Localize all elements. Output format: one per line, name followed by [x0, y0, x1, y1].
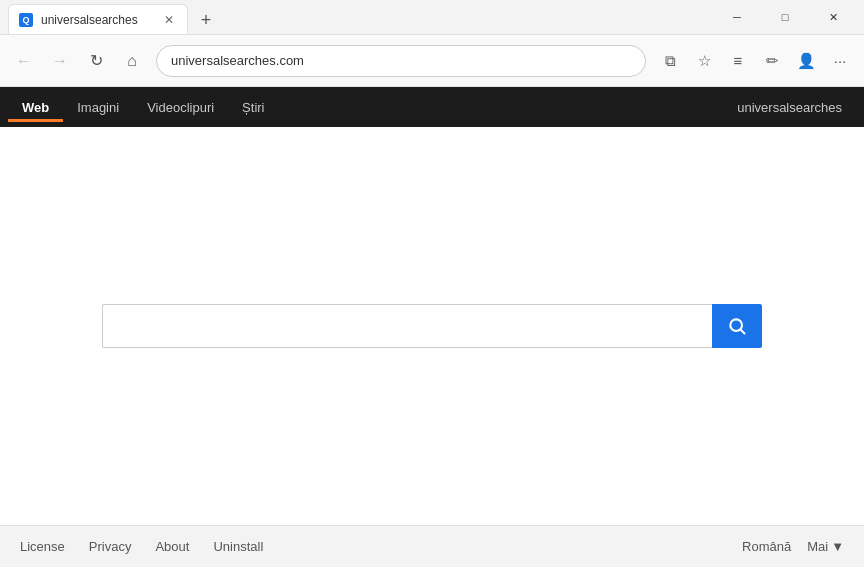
account-icon: 👤	[797, 52, 816, 70]
minimize-button[interactable]: ─	[714, 0, 760, 35]
uninstall-link[interactable]: Uninstall	[213, 539, 263, 554]
tab-stiri[interactable]: Știri	[228, 94, 278, 121]
footer-mai-label: Mai	[807, 539, 828, 554]
search-box-wrapper	[102, 304, 762, 348]
about-link[interactable]: About	[155, 539, 189, 554]
footer-language[interactable]: Română	[742, 539, 791, 554]
title-bar: universalsearches ✕ + ─ □ ✕	[0, 0, 864, 35]
menu-icon: ≡	[734, 52, 743, 69]
forward-button[interactable]: →	[44, 45, 76, 77]
svg-line-1	[741, 330, 745, 334]
tab-stiri-label: Știri	[242, 100, 264, 115]
home-icon: ⌂	[127, 52, 137, 70]
back-button[interactable]: ←	[8, 45, 40, 77]
forward-icon: →	[52, 52, 68, 70]
toolbar-icons: ⧉ ☆ ≡ ✏ 👤 ···	[654, 45, 856, 77]
address-bar[interactable]	[156, 45, 646, 77]
account-button[interactable]: 👤	[790, 45, 822, 77]
window-controls: ─ □ ✕	[714, 0, 856, 35]
tab-imagini-label: Imagini	[77, 100, 119, 115]
search-tabs-bar: Web Imagini Videoclipuri Știri universal…	[0, 87, 864, 127]
draw-icon: ✏	[766, 52, 779, 70]
draw-button[interactable]: ✏	[756, 45, 788, 77]
home-button[interactable]: ⌂	[116, 45, 148, 77]
back-icon: ←	[16, 52, 32, 70]
tab-area: universalsearches ✕ +	[8, 0, 714, 34]
browser-tab[interactable]: universalsearches ✕	[8, 4, 188, 34]
star-icon: ☆	[698, 52, 711, 70]
more-icon: ···	[834, 52, 847, 69]
address-input[interactable]	[171, 53, 631, 68]
new-tab-button[interactable]: +	[192, 6, 220, 34]
favorites-button[interactable]: ☆	[688, 45, 720, 77]
refresh-icon: ↻	[90, 51, 103, 70]
maximize-button[interactable]: □	[762, 0, 808, 35]
tab-web-label: Web	[22, 100, 49, 115]
footer-mai-arrow-icon: ▼	[831, 539, 844, 554]
footer-mai-dropdown[interactable]: Mai ▼	[807, 539, 844, 554]
brand-label: universalsearches	[723, 94, 856, 121]
close-window-button[interactable]: ✕	[810, 0, 856, 35]
search-icon	[727, 316, 747, 336]
menu-button[interactable]: ≡	[722, 45, 754, 77]
refresh-button[interactable]: ↻	[80, 45, 112, 77]
tab-imagini[interactable]: Imagini	[63, 94, 133, 121]
footer-right: Română Mai ▼	[742, 539, 844, 554]
split-view-icon: ⧉	[665, 52, 676, 70]
privacy-link[interactable]: Privacy	[89, 539, 132, 554]
search-input[interactable]	[102, 304, 712, 348]
footer: License Privacy About Uninstall Română M…	[0, 525, 864, 567]
license-link[interactable]: License	[20, 539, 65, 554]
tab-title: universalsearches	[41, 13, 153, 27]
tab-web[interactable]: Web	[8, 94, 63, 121]
split-view-button[interactable]: ⧉	[654, 45, 686, 77]
tab-videoclipuri[interactable]: Videoclipuri	[133, 94, 228, 121]
tab-favicon-icon	[19, 13, 33, 27]
tab-close-button[interactable]: ✕	[161, 12, 177, 28]
main-content	[0, 127, 864, 525]
search-button[interactable]	[712, 304, 762, 348]
tab-videoclipuri-label: Videoclipuri	[147, 100, 214, 115]
navigation-bar: ← → ↻ ⌂ ⧉ ☆ ≡ ✏ 👤 ···	[0, 35, 864, 87]
more-button[interactable]: ···	[824, 45, 856, 77]
